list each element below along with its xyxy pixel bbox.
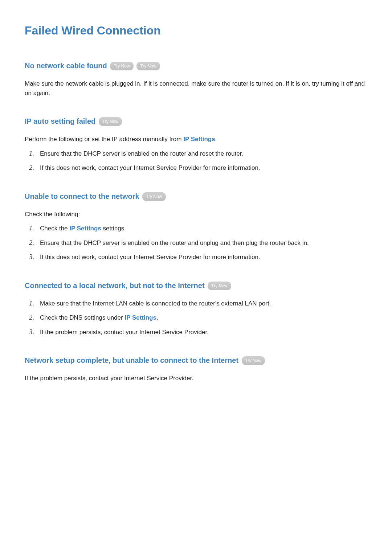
list-item: 1.Make sure that the Internet LAN cable … <box>29 299 367 308</box>
item1-prefix: Check the <box>40 225 69 232</box>
intro-unable-connect: Check the following: <box>25 210 367 219</box>
list-number: 1. <box>29 148 34 159</box>
item2-prefix: Check the DNS settings under <box>40 314 124 321</box>
intro-suffix: . <box>215 136 217 143</box>
list-item: 2.Ensure that the DHCP server is enabled… <box>29 238 367 248</box>
list-number: 3. <box>29 327 34 337</box>
section-ip-auto-failed: IP auto setting failed Try Now Perform t… <box>25 116 367 173</box>
list-number: 1. <box>29 298 34 309</box>
list-text: Ensure that the DHCP server is enabled o… <box>40 239 309 246</box>
item1-suffix: settings. <box>101 225 126 232</box>
ip-settings-link[interactable]: IP Settings <box>124 314 156 321</box>
list-text: Ensure that the DHCP server is enabled o… <box>40 150 243 157</box>
intro-ip-auto: Perform the following or set the IP addr… <box>25 135 367 144</box>
list-number: 1. <box>29 223 34 234</box>
item2-suffix: . <box>156 314 158 321</box>
list-unable-connect: 1. Check the IP Settings settings. 2.Ens… <box>25 224 367 262</box>
list-number: 2. <box>29 238 34 248</box>
ip-settings-link[interactable]: IP Settings <box>183 136 215 143</box>
try-now-button[interactable]: Try Now <box>208 282 231 290</box>
list-item: 1. Check the IP Settings settings. <box>29 224 367 233</box>
list-text: Make sure that the Internet LAN cable is… <box>40 300 271 307</box>
body-no-cable: Make sure the network cable is plugged i… <box>25 79 367 98</box>
list-text: If the problem persists, contact your In… <box>40 329 209 336</box>
section-unable-connect: Unable to connect to the network Try Now… <box>25 191 367 262</box>
ip-settings-link[interactable]: IP Settings <box>69 225 101 232</box>
try-now-button[interactable]: Try Now <box>242 356 265 365</box>
list-number: 2. <box>29 163 34 173</box>
section-local-not-internet: Connected to a local network, but not to… <box>25 280 367 337</box>
try-now-button[interactable]: Try Now <box>136 62 160 70</box>
list-item: 3.If this does not work, contact your In… <box>29 253 367 262</box>
intro-prefix: Perform the following or set the IP addr… <box>25 136 183 143</box>
section-setup-complete: Network setup complete, but unable to co… <box>25 355 367 383</box>
heading-setup-complete: Network setup complete, but unable to co… <box>25 356 238 364</box>
try-now-button[interactable]: Try Now <box>142 192 166 201</box>
list-number: 2. <box>29 312 34 323</box>
page-title: Failed Wired Connection <box>25 22 367 39</box>
body-setup-complete: If the problem persists, contact your In… <box>25 374 367 383</box>
heading-unable-connect: Unable to connect to the network <box>25 192 139 200</box>
section-no-network-cable: No network cable found Try Now Try Now M… <box>25 60 367 98</box>
list-text: If this does not work, contact your Inte… <box>40 164 260 171</box>
heading-local-not-internet: Connected to a local network, but not to… <box>25 282 205 290</box>
try-now-button[interactable]: Try Now <box>110 62 133 70</box>
list-ip-auto: 1.Ensure that the DHCP server is enabled… <box>25 149 367 173</box>
list-local-not-internet: 1.Make sure that the Internet LAN cable … <box>25 299 367 337</box>
heading-no-cable: No network cable found <box>25 62 107 70</box>
list-item: 2.If this does not work, contact your In… <box>29 163 367 173</box>
try-now-button[interactable]: Try Now <box>99 117 122 126</box>
heading-ip-auto: IP auto setting failed <box>25 117 95 125</box>
list-item: 2. Check the DNS settings under IP Setti… <box>29 313 367 323</box>
list-number: 3. <box>29 252 34 262</box>
list-item: 1.Ensure that the DHCP server is enabled… <box>29 149 367 159</box>
list-item: 3.If the problem persists, contact your … <box>29 328 367 337</box>
list-text: If this does not work, contact your Inte… <box>40 254 260 260</box>
